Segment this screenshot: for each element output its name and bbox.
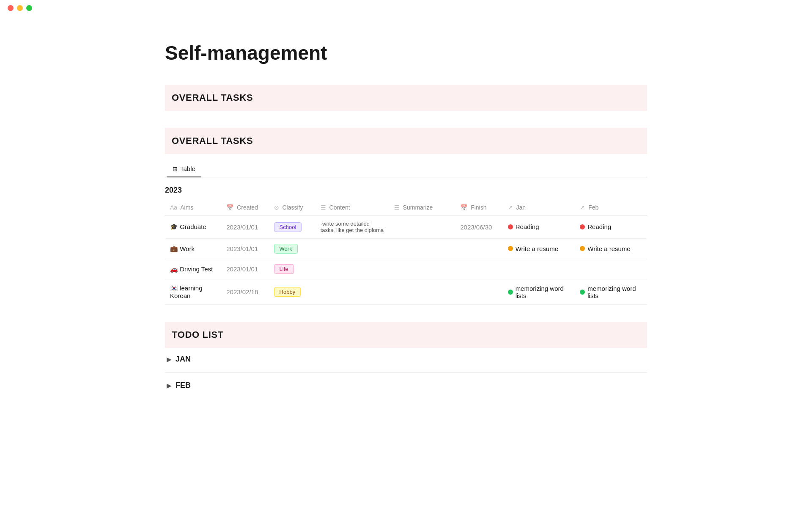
table-row[interactable]: 🎓 Graduate2023/01/01School-write some de… <box>165 215 647 239</box>
todo-list-header: TODO LIST <box>165 322 647 348</box>
feb-label-1: Write a resume <box>587 245 630 252</box>
data-table: Aa Aims 📅 Created ⊙ Classify ☰ Content <box>165 200 647 305</box>
todo-label-0: JAN <box>176 355 191 364</box>
classify-col-icon: ⊙ <box>274 204 279 211</box>
cell-finish-3 <box>455 279 502 305</box>
jan-dot-1 <box>508 246 513 251</box>
feb-label-0: Reading <box>587 223 611 230</box>
jan-dot-3 <box>508 290 513 295</box>
cell-created-1: 2023/01/01 <box>221 239 269 259</box>
year-label: 2023 <box>165 186 647 195</box>
title-bar <box>0 0 812 16</box>
jan-dot-0 <box>508 224 513 229</box>
jan-label-1: Write a resume <box>516 245 558 252</box>
feb-col-icon: ↗ <box>580 204 585 211</box>
col-header-aims: Aa Aims <box>165 200 221 215</box>
col-header-classify: ⊙ Classify <box>269 200 315 215</box>
feb-dot-1 <box>580 246 585 251</box>
tag-life[interactable]: Life <box>274 264 294 274</box>
cell-classify-2: Life <box>269 259 315 279</box>
cell-finish-0: 2023/06/30 <box>455 215 502 239</box>
table-row[interactable]: 🚗 Driving Test2023/01/01Life <box>165 259 647 279</box>
table-row[interactable]: 🇰🇷 learning Korean2023/02/18Hobbymemoriz… <box>165 279 647 305</box>
summarize-col-icon: ☰ <box>394 204 400 211</box>
minimize-button[interactable] <box>17 5 23 11</box>
overall-tasks-header-2: OVERALL TASKS <box>165 128 647 154</box>
overall-tasks-section-2: OVERALL TASKS ⊞ Table 2023 Aa Aims 📅 <box>165 128 647 305</box>
cell-jan-0: Reading <box>503 215 575 239</box>
tag-school[interactable]: School <box>274 222 302 232</box>
cell-content-2 <box>315 259 389 279</box>
created-col-icon: 📅 <box>226 204 233 211</box>
cell-created-2: 2023/01/01 <box>221 259 269 279</box>
cell-classify-1: Work <box>269 239 315 259</box>
tab-bar: ⊞ Table <box>165 161 647 177</box>
cell-finish-1 <box>455 239 502 259</box>
overall-tasks-header-1: OVERALL TASKS <box>165 85 647 111</box>
cell-feb-2 <box>575 259 647 279</box>
table-icon: ⊞ <box>173 166 178 172</box>
cell-aims-2: 🚗 Driving Test <box>165 259 221 279</box>
col-header-summarize: ☰ Summarize <box>389 200 455 215</box>
col-header-content: ☰ Content <box>315 200 389 215</box>
page-content: Self-management OVERALL TASKS OVERALL TA… <box>131 16 681 422</box>
todo-arrow-1: ▶ <box>167 382 171 389</box>
cell-content-1 <box>315 239 389 259</box>
cell-aims-0: 🎓 Graduate <box>165 215 221 239</box>
tab-table[interactable]: ⊞ Table <box>167 161 201 177</box>
todo-divider <box>165 372 647 373</box>
cell-aims-3: 🇰🇷 learning Korean <box>165 279 221 305</box>
feb-dot-0 <box>580 224 585 229</box>
cell-jan-1: Write a resume <box>503 239 575 259</box>
content-col-icon: ☰ <box>321 204 326 211</box>
cell-finish-2 <box>455 259 502 279</box>
tag-hobby[interactable]: Hobby <box>274 287 301 297</box>
todo-label-1: FEB <box>176 381 191 390</box>
jan-label-3: memorizing word lists <box>516 285 570 299</box>
col-header-finish: 📅 Finish <box>455 200 502 215</box>
col-header-jan: ↗ Jan <box>503 200 575 215</box>
cell-summarize-0 <box>389 215 455 239</box>
tag-work[interactable]: Work <box>274 244 298 254</box>
col-header-created: 📅 Created <box>221 200 269 215</box>
cell-summarize-2 <box>389 259 455 279</box>
cell-feb-3: memorizing word lists <box>575 279 647 305</box>
table-row[interactable]: 💼 Work2023/01/01WorkWrite a resumeWrite … <box>165 239 647 259</box>
cell-created-0: 2023/01/01 <box>221 215 269 239</box>
cell-classify-3: Hobby <box>269 279 315 305</box>
feb-label-3: memorizing word lists <box>587 285 642 299</box>
cell-summarize-1 <box>389 239 455 259</box>
close-button[interactable] <box>8 5 14 11</box>
overall-tasks-section-1: OVERALL TASKS <box>165 85 647 111</box>
cell-summarize-3 <box>389 279 455 305</box>
aims-col-icon: Aa <box>170 204 177 211</box>
col-header-feb: ↗ Feb <box>575 200 647 215</box>
finish-col-icon: 📅 <box>460 204 467 211</box>
fullscreen-button[interactable] <box>26 5 32 11</box>
cell-jan-3: memorizing word lists <box>503 279 575 305</box>
jan-col-icon: ↗ <box>508 204 513 211</box>
todo-item-feb[interactable]: ▶FEB <box>165 374 647 397</box>
todo-arrow-0: ▶ <box>167 356 171 363</box>
cell-created-3: 2023/02/18 <box>221 279 269 305</box>
cell-aims-1: 💼 Work <box>165 239 221 259</box>
cell-feb-1: Write a resume <box>575 239 647 259</box>
page-title: Self-management <box>165 41 647 64</box>
jan-label-0: Reading <box>516 223 539 230</box>
todo-item-jan[interactable]: ▶JAN <box>165 348 647 370</box>
cell-jan-2 <box>503 259 575 279</box>
feb-dot-3 <box>580 290 585 295</box>
cell-classify-0: School <box>269 215 315 239</box>
table-header-row: Aa Aims 📅 Created ⊙ Classify ☰ Content <box>165 200 647 215</box>
todo-list-section: TODO LIST ▶JAN▶FEB <box>165 322 647 397</box>
cell-content-0: -write some detailed tasks, like get the… <box>315 215 389 239</box>
cell-content-3 <box>315 279 389 305</box>
cell-feb-0: Reading <box>575 215 647 239</box>
tab-table-label: Table <box>180 165 195 172</box>
